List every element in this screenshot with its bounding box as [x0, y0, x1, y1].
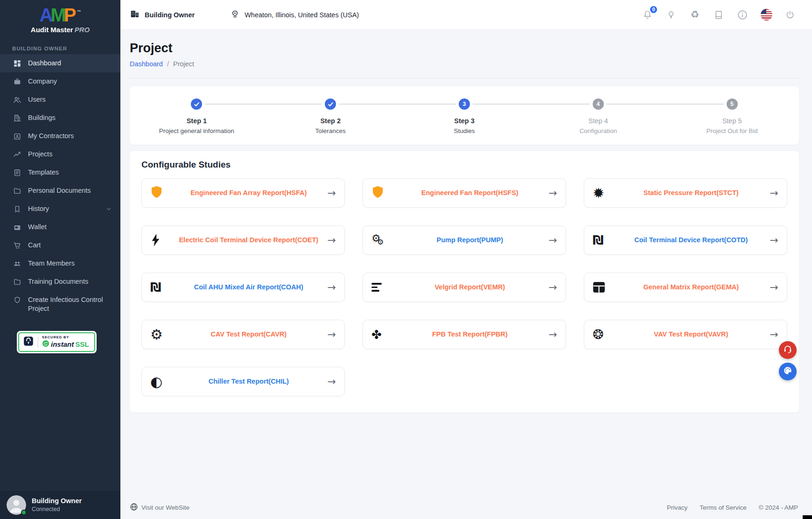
us-flag-icon[interactable] [760, 9, 772, 21]
study-card-pump-report-pump[interactable]: ⚙⚙Pump Report(PUMP)→ [363, 225, 566, 255]
breadcrumb-dashboard-link[interactable]: Dashboard [130, 60, 163, 68]
study-card-vav-test-report-vavr[interactable]: ❂VAV Test Report(VAVR)→ [584, 320, 787, 349]
study-card-label: Electric Coil Terminal Device Report(COE… [170, 235, 328, 245]
study-card-coil-ahu-mixed-air-report-coah[interactable]: ₪Coil AHU Mixed Air Report(COAH)→ [141, 273, 345, 302]
stepper-card: Step 1Project general informationStep 2T… [130, 86, 799, 145]
location-selector[interactable]: Wheaton, Illinois, United States (USA) [230, 9, 359, 21]
user-name: Building Owner [32, 497, 82, 505]
study-card-label: Velgrid Report(VEMR) [391, 282, 549, 292]
support-fab[interactable] [779, 341, 797, 359]
sidebar-item-templates[interactable]: Templates [0, 163, 120, 182]
instantssl-badge[interactable]: SECURED BY instantSSL [17, 331, 97, 353]
stepper-step-2[interactable]: Step 2Tolerances [264, 98, 398, 134]
app-logo[interactable]: AMP™ Audit MasterPRO [0, 0, 120, 35]
recycle-icon[interactable]: ♻ [689, 9, 701, 21]
arrow-right-icon: → [549, 330, 557, 340]
power-icon[interactable] [784, 9, 796, 21]
arrow-right-icon: → [328, 377, 336, 387]
step-title: Step 1 [130, 117, 264, 125]
screenshot-corner-artifact [803, 515, 812, 519]
user-info: Building Owner Connected [32, 497, 82, 512]
bulb-icon[interactable] [665, 9, 677, 21]
study-card-label: Engineered Fan Report(HSFS) [391, 188, 549, 198]
bell-icon[interactable]: 0 [641, 9, 653, 21]
contrast-icon: ◐ [150, 375, 170, 389]
shield-icon [371, 185, 391, 201]
study-card-label: Pump Report(PUMP) [391, 235, 549, 245]
arrow-right-icon: → [328, 188, 336, 198]
sidebar-item-dashboard[interactable]: Dashboard [0, 54, 120, 72]
sidebar-item-create-infectious-control-project[interactable]: Create Infectious Control Project [0, 291, 120, 318]
study-card-label: CAV Test Report(CAVR) [170, 330, 328, 339]
study-card-fpb-test-report-fpbr[interactable]: ✤FPB Test Report(FPBR)→ [363, 320, 566, 349]
sidebar-item-label: Templates [28, 168, 59, 177]
study-card-label: Coil AHU Mixed Air Report(COAH) [170, 282, 328, 292]
step-subtitle: Project Out for Bid [665, 127, 799, 134]
study-card-static-pressure-report-stct[interactable]: ✹Static Pressure Report(STCT)→ [584, 178, 787, 208]
sidebar-item-users[interactable]: Users [0, 91, 120, 109]
chart-line-icon [13, 150, 21, 159]
sidebar-item-label: Wallet [28, 223, 47, 231]
study-card-electric-coil-terminal-device-report-coet[interactable]: Electric Coil Terminal Device Report(COE… [141, 225, 345, 255]
sidebar-item-label: Projects [28, 150, 52, 159]
page-content: Project Dashboard / Project Step 1Projec… [120, 30, 812, 496]
stepper-step-3[interactable]: 3Step 3Studies [398, 98, 532, 134]
sidebar-item-team-members[interactable]: Team Members [0, 254, 120, 273]
logo-subtitle: Audit MasterPRO [0, 26, 120, 34]
sidebar-item-cart[interactable]: Cart [0, 236, 120, 254]
wallet-icon [13, 223, 21, 231]
stepper-step-4[interactable]: 4Step 4Configuration [531, 98, 665, 134]
arrow-right-icon: → [328, 282, 336, 293]
sidebar-item-wallet[interactable]: Wallet [0, 218, 120, 236]
footer-link-privacy[interactable]: Privacy [667, 504, 687, 511]
bookmark-icon [13, 205, 21, 213]
sidebar-item-history[interactable]: History [0, 200, 120, 218]
visit-website-label: Visit our WebSite [141, 504, 189, 511]
studies-grid: Engineered Fan Array Report(HSFA)→Engine… [141, 178, 787, 396]
sidebar-item-my-contractors[interactable]: My Contractors [0, 127, 120, 145]
sidebar-item-projects[interactable]: Projects [0, 145, 120, 163]
stepper-step-5[interactable]: 5Step 5Project Out for Bid [665, 98, 799, 134]
shield-outline-icon [13, 296, 21, 304]
palette-icon [783, 365, 793, 378]
study-card-general-matrix-report-gema[interactable]: General Matrix Report(GEMA)→ [584, 273, 787, 302]
studies-card: Configurable Studies Engineered Fan Arra… [130, 151, 799, 413]
ssl-instant-label: instant [51, 340, 74, 348]
info-icon[interactable] [736, 9, 749, 21]
footer-link-terms-of-service[interactable]: Terms of Service [700, 504, 747, 511]
sidebar-item-personal-documents[interactable]: Personal Documents [0, 182, 120, 200]
ssl-text: SECURED BY instantSSL [42, 335, 89, 349]
book-icon[interactable] [713, 9, 725, 21]
study-card-engineered-fan-report-hsfs[interactable]: Engineered Fan Report(HSFS)→ [363, 178, 566, 208]
pinwheel-icon: ✤ [371, 329, 391, 341]
sidebar-item-label: Personal Documents [28, 186, 91, 195]
arrow-right-icon: → [770, 188, 778, 198]
footer-links: PrivacyTerms of Service © 2024 - AMP [667, 504, 798, 511]
study-card-chiller-test-report-chil[interactable]: ◐Chiller Test Report(CHIL)→ [141, 367, 345, 396]
step-1-indicator [191, 98, 202, 110]
shield-icon [150, 185, 170, 201]
users-icon [13, 96, 21, 104]
sidebar-item-training-documents[interactable]: Training Documents [0, 273, 120, 291]
ssl-divider [38, 337, 38, 348]
arrow-right-icon: → [328, 330, 336, 340]
visit-website-link[interactable]: Visit our WebSite [130, 503, 189, 512]
app-root: AMP™ Audit MasterPRO BUILDING OWNER Dash… [0, 0, 812, 519]
step-subtitle: Project general information [130, 127, 264, 134]
logo-letters: AMP™ [0, 6, 120, 24]
study-card-engineered-fan-array-report-hsfa[interactable]: Engineered Fan Array Report(HSFA)→ [141, 178, 345, 208]
stepper-step-1[interactable]: Step 1Project general information [130, 98, 264, 134]
study-card-coil-terminal-device-report-cotd[interactable]: ₪Coil Terminal Device Report(COTD)→ [584, 225, 787, 255]
theme-fab[interactable] [779, 363, 797, 380]
study-card-label: VAV Test Report(VAVR) [612, 330, 770, 339]
study-card-cav-test-report-cavr[interactable]: ⚙CAV Test Report(CAVR)→ [141, 320, 345, 349]
location-pin-icon [230, 9, 240, 21]
sidebar-item-label: Team Members [28, 259, 75, 268]
sidebar-item-buildings[interactable]: Buildings [0, 109, 120, 127]
ssl-ssl-label: SSL [75, 340, 89, 348]
sidebar-item-company[interactable]: Company [0, 72, 120, 91]
account-type-button[interactable]: Building Owner [130, 9, 195, 21]
sidebar-item-label: Create Infectious Control Project [28, 295, 113, 313]
sidebar-user[interactable]: Building Owner Connected [0, 490, 120, 519]
study-card-velgrid-report-vemr[interactable]: Velgrid Report(VEMR)→ [363, 273, 566, 302]
